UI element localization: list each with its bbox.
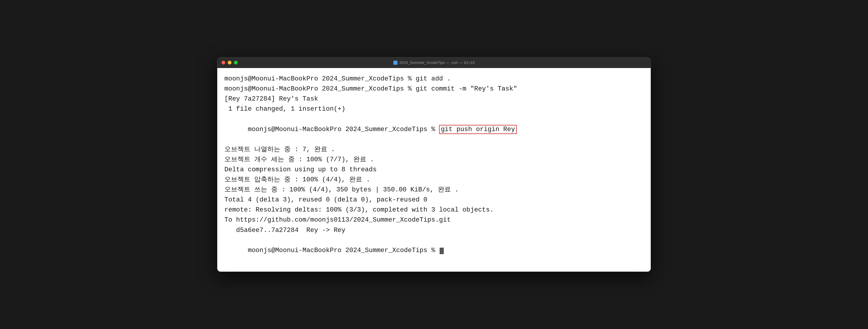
terminal-window: 2024_Summer_XcodeTips — -zsh — 81×15 moo… [217, 57, 651, 272]
terminal-line-13: To https://github.com/moonjs0113/2024_Su… [224, 215, 644, 225]
title-bar: 2024_Summer_XcodeTips — -zsh — 81×15 [217, 57, 651, 68]
terminal-line-15-prompt: moonjs@Moonui-MacBookPro 2024_Summer_Xco… [224, 236, 644, 266]
terminal-line-6: 오브젝트 나열하는 중 : 7, 완료 . [224, 145, 644, 155]
terminal-line-11: Total 4 (delta 3), reused 0 (delta 0), p… [224, 195, 644, 205]
final-prompt: moonjs@Moonui-MacBookPro 2024_Summer_Xco… [248, 247, 439, 254]
maximize-button[interactable] [234, 61, 238, 64]
terminal-line-8: Delta compression using up to 8 threads [224, 165, 644, 175]
terminal-line-9: 오브젝트 압축하는 중 : 100% (4/4), 완료 . [224, 175, 644, 185]
prompt-prefix: moonjs@Moonui-MacBookPro 2024_Summer_Xco… [248, 126, 439, 133]
terminal-line-10: 오브젝트 쓰는 중 : 100% (4/4), 350 bytes | 350.… [224, 185, 644, 195]
window-title: 2024_Summer_XcodeTips — -zsh — 81×15 [394, 60, 475, 65]
terminal-line-7: 오브젝트 개수 세는 중 : 100% (7/7), 완료 . [224, 155, 644, 165]
terminal-line-3: [Rey 7a27284] Rey's Task [224, 94, 644, 104]
terminal-line-12: remote: Resolving deltas: 100% (3/3), co… [224, 205, 644, 215]
highlighted-command: git push origin Rey [439, 125, 517, 134]
folder-icon [394, 61, 398, 65]
terminal-line-5-highlighted: moonjs@Moonui-MacBookPro 2024_Summer_Xco… [224, 114, 644, 144]
traffic-lights [221, 61, 238, 64]
terminal-line-4: 1 file changed, 1 insertion(+) [224, 104, 644, 114]
cursor-block [440, 248, 444, 254]
terminal-line-14: d5a6ee7..7a27284 Rey -> Rey [224, 226, 644, 236]
terminal-body[interactable]: moonjs@Moonui-MacBookPro 2024_Summer_Xco… [217, 68, 651, 272]
minimize-button[interactable] [228, 61, 231, 64]
terminal-line-2: moonjs@Moonui-MacBookPro 2024_Summer_Xco… [224, 84, 644, 94]
terminal-line-1: moonjs@Moonui-MacBookPro 2024_Summer_Xco… [224, 74, 644, 84]
close-button[interactable] [221, 61, 225, 64]
